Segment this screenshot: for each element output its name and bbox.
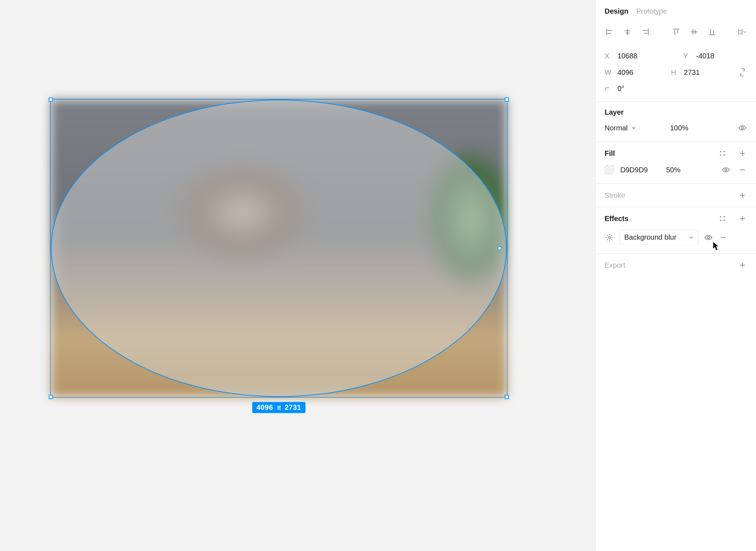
eye-icon [722, 166, 730, 174]
svg-point-6 [720, 154, 721, 156]
plus-icon [739, 215, 746, 222]
stroke-section: Stroke [596, 184, 756, 207]
align-top-button[interactable] [671, 27, 681, 37]
layer-visibility-toggle[interactable] [737, 123, 747, 133]
effect-visibility-toggle[interactable] [703, 233, 713, 243]
fill-swatch[interactable] [605, 165, 614, 174]
minus-icon [739, 166, 746, 173]
fill-hex-input[interactable]: D9D9D9 [620, 166, 660, 174]
svg-point-12 [723, 220, 725, 221]
effects-title: Effects [605, 215, 629, 223]
align-left-button[interactable] [605, 27, 615, 37]
inspector-panel: Design Prototype [596, 0, 756, 551]
selection-height: 2731 [285, 403, 301, 412]
align-horizontal-center-button[interactable] [622, 27, 633, 37]
eye-icon [704, 233, 713, 242]
eye-icon [738, 124, 747, 132]
tab-design[interactable]: Design [605, 7, 629, 15]
plus-icon [739, 192, 746, 199]
fill-visibility-toggle[interactable] [721, 165, 731, 175]
fill-section: Fill D9D9D9 50% [596, 142, 756, 184]
layer-section: Layer Normal 100% [596, 102, 756, 142]
effect-type-select[interactable]: Background blur [620, 230, 698, 245]
resize-handle-top-left[interactable] [49, 97, 53, 102]
y-input[interactable]: -4018 [696, 52, 714, 60]
align-bottom-button[interactable] [707, 27, 717, 37]
svg-rect-0 [277, 406, 281, 407]
y-label: Y [683, 52, 690, 60]
svg-point-3 [741, 127, 743, 129]
stroke-title: Stroke [605, 191, 625, 200]
svg-point-8 [725, 169, 727, 171]
svg-point-4 [720, 151, 721, 152]
blend-mode-select[interactable]: Normal [605, 124, 665, 132]
h-input[interactable]: 2731 [684, 68, 700, 77]
layer-opacity-input[interactable]: 100% [670, 124, 699, 132]
rotation-input[interactable]: 0° [617, 85, 624, 93]
tabs-section: Design Prototype [596, 0, 756, 45]
blend-mode-value: Normal [605, 124, 627, 132]
svg-point-11 [720, 220, 721, 221]
add-export-button[interactable] [737, 260, 747, 270]
fill-title: Fill [605, 149, 615, 158]
svg-point-7 [723, 154, 725, 156]
effect-type-value: Background blur [624, 233, 677, 241]
plus-icon [739, 150, 746, 157]
selection-dimensions-badge: 4096 2731 [252, 402, 306, 413]
svg-point-14 [707, 236, 709, 239]
svg-rect-2 [277, 409, 281, 409]
tab-prototype[interactable]: Prototype [636, 7, 667, 15]
position-size-section: X 10688 Y -4018 W 4096 H 2731 [596, 45, 756, 102]
resize-handle-top-right[interactable] [505, 97, 509, 102]
placed-image [51, 100, 507, 397]
effects-styles-button[interactable] [717, 214, 727, 224]
w-input[interactable]: 4096 [617, 68, 634, 77]
add-stroke-button[interactable] [737, 190, 747, 200]
rotation-icon [605, 86, 611, 92]
four-dots-icon [719, 215, 726, 222]
four-dots-icon [719, 150, 726, 157]
align-vertical-center-button[interactable] [689, 27, 699, 37]
fill-styles-button[interactable] [717, 148, 727, 158]
minus-icon [720, 234, 727, 241]
resize-handle-bottom-left[interactable] [49, 395, 53, 399]
plus-icon [739, 262, 746, 269]
align-right-button[interactable] [640, 27, 650, 37]
canvas[interactable]: 4096 2731 [0, 0, 596, 551]
export-section: Export [596, 254, 756, 277]
chevron-down-icon [689, 235, 694, 240]
effect-settings-button[interactable] [605, 233, 615, 243]
resize-handle-bottom-right[interactable] [505, 395, 509, 399]
add-fill-button[interactable] [737, 148, 747, 158]
dimensions-link-icon [276, 405, 282, 411]
layer-title: Layer [605, 108, 624, 116]
svg-point-5 [723, 151, 725, 152]
svg-point-9 [720, 216, 721, 217]
constrain-proportions-toggle[interactable] [737, 67, 747, 77]
svg-point-13 [609, 236, 611, 239]
fill-opacity-input[interactable]: 50% [666, 166, 691, 174]
chevron-down-icon [631, 125, 636, 130]
effects-section: Effects Background blur [596, 207, 756, 254]
w-label: W [605, 68, 611, 77]
svg-point-10 [723, 216, 725, 217]
x-input[interactable]: 10688 [617, 52, 638, 60]
remove-fill-button[interactable] [737, 165, 747, 175]
x-label: X [605, 52, 611, 60]
svg-rect-1 [277, 407, 281, 408]
add-effect-button[interactable] [737, 214, 747, 224]
export-title: Export [605, 261, 625, 269]
sun-icon [605, 233, 614, 242]
remove-effect-button[interactable] [718, 233, 728, 243]
distribute-dropdown[interactable] [737, 27, 747, 37]
selection-bounding-box[interactable]: 4096 2731 [50, 99, 508, 398]
selection-width: 4096 [257, 403, 273, 412]
h-label: H [671, 68, 678, 77]
